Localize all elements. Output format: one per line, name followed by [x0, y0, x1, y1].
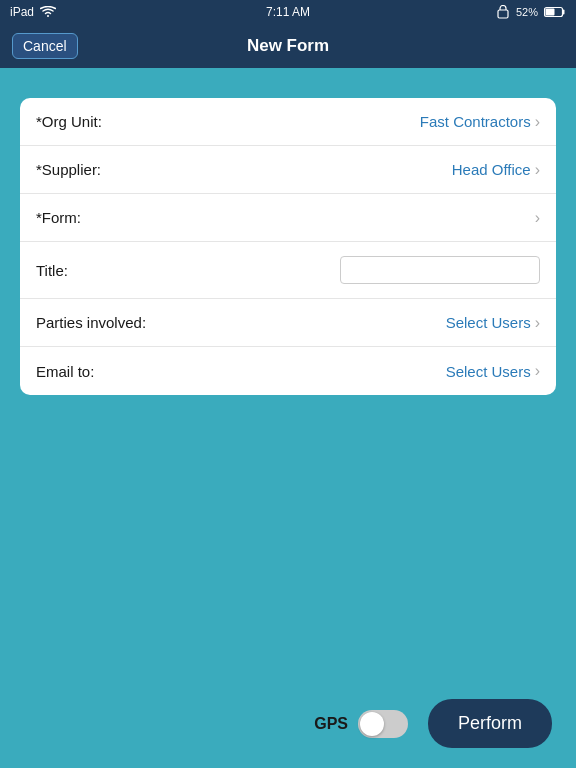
org-unit-row[interactable]: *Org Unit: Fast Contractors ›: [20, 98, 556, 146]
form-type-value-container: ›: [531, 209, 540, 227]
nav-bar: Cancel New Form: [0, 24, 576, 68]
form-type-chevron-icon: ›: [535, 209, 540, 227]
wifi-icon: [40, 6, 56, 18]
svg-rect-2: [546, 9, 555, 16]
parties-involved-value-container: Select Users ›: [446, 314, 540, 332]
supplier-value: Head Office: [452, 161, 531, 178]
cancel-button[interactable]: Cancel: [12, 33, 78, 59]
status-right: 52%: [496, 5, 566, 19]
parties-involved-label: Parties involved:: [36, 314, 146, 331]
status-time: 7:11 AM: [266, 5, 310, 19]
status-left: iPad: [10, 5, 56, 19]
org-unit-value: Fast Contractors: [420, 113, 531, 130]
form-type-row[interactable]: *Form: ›: [20, 194, 556, 242]
battery-label: 52%: [516, 6, 538, 18]
supplier-value-container: Head Office ›: [452, 161, 540, 179]
gps-label: GPS: [314, 715, 348, 733]
org-unit-chevron-icon: ›: [535, 113, 540, 131]
org-unit-label: *Org Unit:: [36, 113, 102, 130]
status-bar: iPad 7:11 AM 52%: [0, 0, 576, 24]
gps-container: GPS: [314, 710, 408, 738]
battery-icon: [544, 6, 566, 18]
parties-involved-value: Select Users: [446, 314, 531, 331]
form-card: *Org Unit: Fast Contractors › *Supplier:…: [20, 98, 556, 395]
title-input[interactable]: [340, 256, 540, 284]
device-label: iPad: [10, 5, 34, 19]
form-type-label: *Form:: [36, 209, 81, 226]
nav-title: New Form: [247, 36, 329, 56]
org-unit-value-container: Fast Contractors ›: [420, 113, 540, 131]
title-label: Title:: [36, 262, 68, 279]
title-row: Title:: [20, 242, 556, 299]
supplier-chevron-icon: ›: [535, 161, 540, 179]
perform-button[interactable]: Perform: [428, 699, 552, 748]
toggle-thumb: [360, 712, 384, 736]
main-content: *Org Unit: Fast Contractors › *Supplier:…: [0, 68, 576, 415]
email-to-chevron-icon: ›: [535, 362, 540, 380]
supplier-label: *Supplier:: [36, 161, 101, 178]
bottom-bar: GPS Perform: [0, 699, 576, 748]
parties-involved-row[interactable]: Parties involved: Select Users ›: [20, 299, 556, 347]
screen-lock-icon: [496, 5, 510, 19]
svg-rect-0: [498, 10, 508, 18]
email-to-row[interactable]: Email to: Select Users ›: [20, 347, 556, 395]
email-to-value-container: Select Users ›: [446, 362, 540, 380]
email-to-label: Email to:: [36, 363, 94, 380]
gps-toggle[interactable]: [358, 710, 408, 738]
parties-involved-chevron-icon: ›: [535, 314, 540, 332]
email-to-value: Select Users: [446, 363, 531, 380]
supplier-row[interactable]: *Supplier: Head Office ›: [20, 146, 556, 194]
